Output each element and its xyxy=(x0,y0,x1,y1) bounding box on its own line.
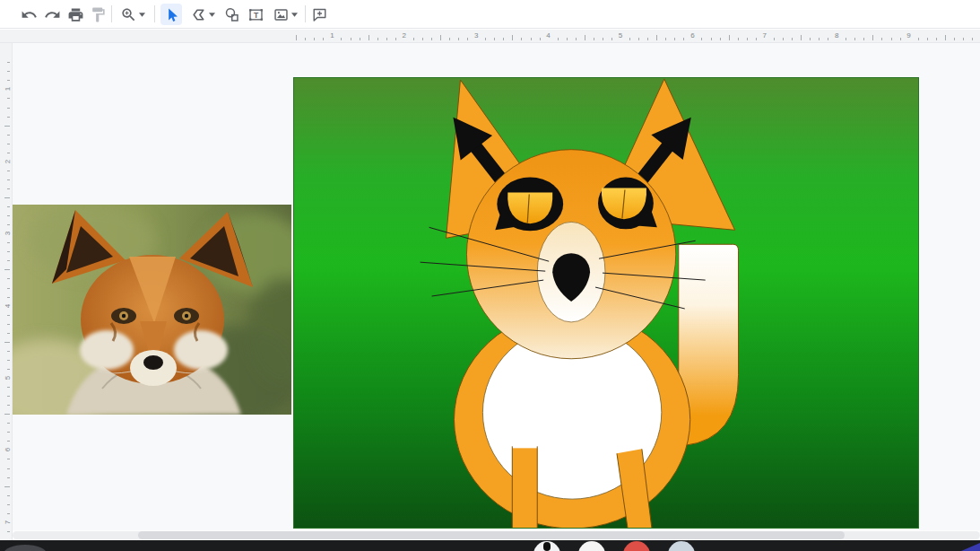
comment-button[interactable] xyxy=(308,4,330,25)
slide-canvas[interactable] xyxy=(293,77,919,529)
ruler-tick xyxy=(7,224,10,225)
ruler-tick xyxy=(7,369,10,370)
ruler-tick xyxy=(711,38,712,40)
ruler-tick xyxy=(7,278,10,279)
ruler-tick xyxy=(594,38,594,40)
image-icon xyxy=(273,6,290,23)
ruler-tick xyxy=(485,38,486,40)
ruler-tick xyxy=(440,35,441,40)
ruler-tick xyxy=(7,242,10,243)
toolbar-separator xyxy=(154,5,155,22)
fox-drawing[interactable] xyxy=(294,78,918,528)
ruler-number: 4 xyxy=(4,303,12,307)
text-box-glyph: T xyxy=(253,10,258,19)
ruler-tick xyxy=(422,38,423,40)
ruler-tick xyxy=(7,396,10,397)
insert-image-button[interactable] xyxy=(269,4,301,25)
ruler-tick xyxy=(854,38,855,40)
ruler-tick xyxy=(540,38,541,40)
ruler-tick xyxy=(7,531,10,532)
dock-corner-icon[interactable] xyxy=(961,543,980,551)
dropdown-caret-icon xyxy=(209,13,215,17)
ruler-tick xyxy=(683,38,684,40)
undo-button[interactable] xyxy=(18,4,39,25)
ruler-tick xyxy=(846,38,846,40)
paint-format-button[interactable] xyxy=(87,4,108,25)
ruler-tick xyxy=(638,38,639,40)
ruler-tick xyxy=(881,38,882,40)
shape-tool-button[interactable] xyxy=(221,4,242,25)
ruler-tick xyxy=(774,38,775,40)
zoom-button[interactable] xyxy=(117,4,149,25)
ruler-tick xyxy=(377,38,378,40)
ruler-tick xyxy=(323,38,324,40)
ruler-tick xyxy=(7,495,10,496)
ruler-number: 5 xyxy=(4,376,12,380)
ruler-number: 5 xyxy=(619,32,622,39)
ruler-tick xyxy=(7,171,10,171)
ruler-number: 4 xyxy=(546,32,550,39)
dock-icon-2[interactable] xyxy=(578,541,605,551)
ruler-tick xyxy=(494,38,495,40)
ruler-tick xyxy=(810,38,811,40)
ruler-tick xyxy=(369,35,369,40)
ruler-tick xyxy=(7,144,10,144)
ruler-tick xyxy=(531,38,532,40)
ruler-tick xyxy=(512,35,513,40)
ruler-tick xyxy=(7,324,10,325)
ruler-number: 7 xyxy=(4,520,12,524)
ruler-tick xyxy=(7,387,10,388)
ruler-tick xyxy=(4,197,10,198)
redo-icon xyxy=(44,6,61,23)
scrollbar-thumb[interactable] xyxy=(138,531,845,539)
shapes-icon xyxy=(223,6,240,23)
vertical-ruler: 1234567 xyxy=(0,43,13,540)
ruler-tick xyxy=(891,38,892,40)
ruler-tick xyxy=(872,35,873,40)
ruler-tick xyxy=(7,188,10,189)
text-box-button[interactable]: T xyxy=(245,4,266,25)
text-box-icon: T xyxy=(247,6,265,23)
ruler-tick xyxy=(431,38,432,40)
line-tool-button[interactable] xyxy=(186,4,219,25)
ruler-tick xyxy=(801,35,802,40)
ruler-tick xyxy=(7,423,10,424)
ruler-tick xyxy=(314,38,315,40)
select-tool-button[interactable] xyxy=(160,4,182,25)
ruler-tick xyxy=(7,297,10,298)
ruler-tick xyxy=(7,459,10,459)
line-tool-icon xyxy=(190,6,207,23)
ruler-tick xyxy=(7,80,10,81)
ruler-tick xyxy=(4,486,10,487)
ruler-tick xyxy=(7,288,10,289)
ruler-tick xyxy=(927,38,928,40)
undo-icon xyxy=(21,6,38,23)
dock-icon-3[interactable] xyxy=(668,541,695,551)
ruler-tick xyxy=(7,117,10,118)
ruler-tick xyxy=(7,441,10,442)
ruler-tick xyxy=(828,38,828,40)
ruler-tick xyxy=(647,38,648,40)
redo-button[interactable] xyxy=(41,4,63,25)
dropdown-caret-icon xyxy=(291,13,298,17)
ruler-tick xyxy=(7,135,10,136)
ruler-number: 8 xyxy=(835,32,838,39)
fox-photo[interactable] xyxy=(13,205,291,415)
ruler-tick xyxy=(954,38,955,40)
ruler-number: 3 xyxy=(474,32,478,39)
ruler-tick xyxy=(665,38,666,40)
ruler-number: 6 xyxy=(690,32,694,39)
print-button[interactable] xyxy=(65,4,86,25)
ruler-tick xyxy=(729,35,730,40)
ruler-tick xyxy=(7,98,10,99)
dock-icon-record[interactable] xyxy=(623,541,650,551)
ruler-number: 6 xyxy=(4,448,12,451)
dock-gray-blob-icon[interactable] xyxy=(4,545,47,551)
fox-photo-image xyxy=(13,205,291,415)
ruler-tick xyxy=(863,38,864,40)
ruler-tick xyxy=(819,38,820,40)
ruler-tick xyxy=(558,38,559,40)
ruler-tick xyxy=(603,38,603,40)
ruler-tick xyxy=(7,251,10,252)
horizontal-ruler: 123456789 xyxy=(0,30,980,43)
